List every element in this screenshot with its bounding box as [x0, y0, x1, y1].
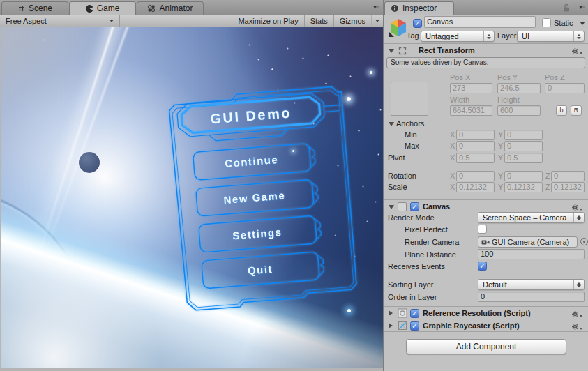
reference-resolution-icon [398, 308, 407, 318]
axis-x-label: X [450, 141, 455, 151]
aspect-label: Free Aspect [6, 17, 47, 25]
rotation-x-field[interactable]: 0 [456, 171, 495, 181]
plane-distance-label: Plane Distance [405, 250, 456, 260]
render-mode-dropdown[interactable]: Screen Space – Camera [478, 212, 585, 223]
scale-z-field[interactable]: 0.12132 [551, 182, 585, 192]
menu-title-plate: GUI Demo [176, 91, 345, 144]
canvas-enabled-checkbox[interactable]: ✓ [410, 202, 419, 211]
anchors-foldout[interactable] [389, 122, 394, 126]
add-component-button[interactable]: Add Component [406, 339, 566, 354]
foldout-arrow[interactable] [389, 49, 394, 53]
maximize-on-play-button[interactable]: Maximize on Play [232, 15, 303, 26]
menu-button-continue[interactable]: Continue [193, 143, 316, 181]
graphic-raycaster-icon [398, 321, 407, 331]
static-dropdown-arrow[interactable] [580, 22, 585, 25]
scale-label: Scale [388, 182, 407, 192]
reference-resolution-header[interactable]: ✓ Reference Resolution (Script) [384, 306, 588, 319]
gear-icon[interactable] [571, 47, 582, 55]
render-camera-value: GUI Camera (Camera) [492, 237, 569, 247]
anchor-min-x-field[interactable]: 0 [456, 130, 495, 140]
pos-z-field[interactable]: 0 [545, 83, 585, 93]
graphic-raycaster-header[interactable]: ✓ Graphic Raycaster (Script) [384, 319, 588, 332]
raw-edit-mode-button[interactable]: R [571, 105, 582, 116]
tab-animator[interactable]: Animator [137, 1, 204, 15]
tag-dropdown[interactable]: Untagged [421, 31, 495, 42]
foldout-arrow[interactable] [389, 205, 394, 209]
updown-icon [573, 213, 584, 222]
left-tabbar: Scene Game Animator ▾≡ [0, 0, 383, 15]
object-picker-icon[interactable] [580, 238, 588, 245]
axis-x-label: X [450, 130, 455, 140]
gameobject-name-field[interactable]: Canvas [424, 16, 536, 28]
aspect-dropdown[interactable]: Free Aspect [0, 15, 120, 26]
foldout-arrow[interactable] [389, 323, 393, 328]
receives-events-checkbox[interactable]: ✓ [478, 262, 487, 271]
lock-icon[interactable] [563, 3, 570, 13]
rect-transform-header[interactable]: Rect Transform [384, 43, 588, 56]
menu-button-quit[interactable]: Quit [202, 251, 325, 289]
min-label: Min [405, 130, 417, 140]
gear-icon[interactable] [571, 310, 582, 318]
plane-distance-field[interactable]: 100 [478, 249, 585, 259]
stats-button[interactable]: Stats [304, 15, 333, 26]
gameobject-active-checkbox[interactable]: ✓ [413, 19, 422, 28]
static-checkbox[interactable] [542, 18, 551, 27]
pixel-perfect-checkbox[interactable] [478, 225, 487, 234]
render-mode-label: Render Mode [388, 213, 435, 223]
anchor-max-y-field[interactable]: 0 [504, 141, 543, 151]
scale-x-field[interactable]: 0.12132 [456, 182, 495, 192]
rotation-y-field[interactable]: 0 [504, 171, 543, 181]
component-title: Graphic Raycaster (Script) [423, 321, 520, 331]
sorting-layer-dropdown[interactable]: Default [478, 279, 585, 290]
pos-x-label: Pos X [450, 73, 470, 83]
gear-dropdown-arrow [580, 209, 582, 211]
canvas-component-header[interactable]: ✓ Canvas [384, 199, 588, 212]
component-enabled-checkbox[interactable]: ✓ [410, 321, 419, 331]
pos-y-field[interactable]: 246.5 [497, 83, 541, 93]
left-pane-menu-icon[interactable]: ▾≡ [373, 3, 379, 10]
gear-icon[interactable] [571, 323, 582, 331]
axis-y-label: Y [498, 171, 503, 181]
order-in-layer-field[interactable]: 0 [478, 292, 585, 302]
gizmos-button[interactable]: Gizmos [333, 15, 371, 26]
game-view: GUI Demo Continue New Game [0, 27, 383, 371]
menu-button-new-game[interactable]: New Game [196, 179, 319, 217]
menu-title: GUI Demo [210, 105, 292, 126]
tag-label: Tag [407, 31, 419, 41]
tab-scene[interactable]: Scene [1, 1, 68, 15]
pivot-x-field[interactable]: 0.5 [456, 153, 495, 163]
blueprint-mode-button[interactable]: b [556, 105, 567, 116]
foldout-arrow[interactable] [389, 310, 393, 316]
anchor-min-y-field[interactable]: 0 [504, 130, 543, 140]
height-field[interactable]: 600 [497, 105, 541, 116]
tab-animator-label: Animator [159, 3, 193, 13]
scale-y-field[interactable]: 0.12132 [504, 182, 543, 192]
render-camera-object-field[interactable]: GUI Camera (Camera) [478, 236, 578, 248]
height-label: Height [497, 95, 520, 105]
tab-inspector[interactable]: Inspector [384, 1, 454, 15]
tab-game[interactable]: Game [69, 1, 136, 15]
inspector-menu-icon[interactable]: ▾≡ [579, 3, 585, 10]
gizmos-dropdown-arrow[interactable] [371, 15, 383, 26]
max-label: Max [405, 141, 419, 151]
rotation-z-field[interactable]: 0 [551, 171, 585, 181]
game-icon [86, 5, 93, 13]
updown-icon [483, 31, 494, 41]
width-field[interactable]: 664.5031 [450, 105, 492, 116]
anchor-max-x-field[interactable]: 0 [456, 141, 495, 151]
axis-x-label: X [450, 153, 455, 163]
pos-x-field[interactable]: 273 [450, 83, 492, 93]
layer-dropdown[interactable]: UI [517, 31, 585, 42]
menu-button-settings[interactable]: Settings [199, 215, 322, 253]
gui-demo-menu: GUI Demo Continue New Game [1, 27, 383, 368]
gear-icon[interactable] [571, 204, 582, 211]
axis-x-label: X [450, 171, 455, 181]
inspector-icon [391, 4, 399, 13]
anchors-label: Anchors [396, 119, 424, 129]
pivot-y-field[interactable]: 0.5 [504, 153, 543, 163]
component-enabled-checkbox[interactable]: ✓ [410, 309, 419, 318]
layer-value: UI [522, 32, 529, 40]
pos-z-label: Pos Z [545, 73, 565, 83]
rotation-label: Rotation [388, 171, 416, 181]
order-in-layer-label: Order in Layer [388, 292, 437, 303]
